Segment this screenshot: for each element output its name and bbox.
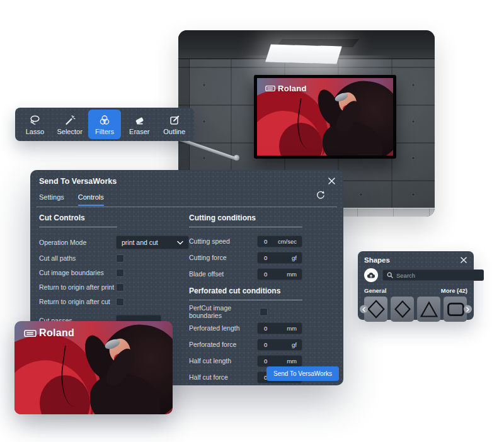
display-screen: Roland [257,78,393,156]
diamond-shape-icon [367,299,386,319]
perforated-length-input[interactable]: 0 mm [257,322,302,334]
close-icon[interactable] [326,175,337,186]
field-label: Perforated length [189,324,257,332]
shapes-search[interactable] [382,269,484,281]
lasso-icon [28,114,41,127]
dropdown-value: print and cut [122,239,177,246]
section-rule [189,227,302,227]
checkbox-cut-image-boundaries[interactable] [116,269,124,277]
field-unit: mm [287,358,297,365]
checkbox-row: PerfCut image boundaries [189,305,302,318]
unit-field-row: Blade offset 0 mm [189,268,302,280]
more-shapes-link[interactable]: More (42) [441,287,467,294]
field-label: Return to origin after cut [39,298,116,305]
tool-selector[interactable]: Selector [54,110,86,139]
field-label: Half cut force [189,373,257,381]
section-heading: Cut Controls [39,213,189,222]
checkbox-row: Cut all paths [39,252,189,264]
unit-field-row: Perforated force 0 gf [189,338,302,351]
tab-settings[interactable]: Settings [39,193,64,206]
perforated-force-input[interactable]: 0 gf [257,339,302,351]
tool-label: Eraser [129,128,149,135]
section-heading: Perforated cut conditions [189,286,302,295]
blade-offset-input[interactable]: 0 mm [257,268,302,280]
chevron-down-icon [177,241,183,245]
shape-tile-triangle[interactable] [417,297,440,322]
field-label: Cutting force [189,254,257,261]
chevron-right-icon [466,307,470,312]
cutting-conditions-section: Cutting conditions Cutting speed 0 cm/se… [189,208,302,385]
scroll-right-button[interactable] [464,305,472,314]
unit-field-row: Half cut length 0 mm [189,354,302,367]
section-heading: Cutting conditions [189,213,302,222]
singer-artwork: Roland [257,78,393,156]
checkbox-row: Return to origin after cut [39,295,189,308]
artwork-preview-card: Roland [14,321,173,414]
field-label: Blade offset [189,270,257,278]
refresh-icon[interactable] [316,190,326,200]
field-value: 0 [264,238,267,245]
field-unit: mm [287,271,297,278]
tool-outline[interactable]: Outline [158,110,191,139]
close-icon[interactable] [459,255,469,265]
singer-artwork: Roland [14,321,173,414]
field-label: Cutting speed [189,237,257,245]
shape-tile-diamond-2[interactable] [391,297,414,322]
field-value: 0 [264,254,267,261]
shapes-panel: Shapes General [358,251,474,320]
shape-tiles [364,297,467,322]
scroll-left-button[interactable] [360,305,368,314]
checkbox-return-origin-cut[interactable] [116,298,124,306]
upload-shape-button[interactable] [364,268,378,282]
handrail-mount [234,155,239,161]
outline-edit-icon [168,114,181,127]
magic-wand-icon [64,114,76,127]
cloud-upload-icon [367,272,375,279]
field-value: 0 [264,341,267,348]
section-rule [39,227,117,227]
tool-lasso[interactable]: Lasso [18,110,51,139]
category-label: General [364,287,386,294]
unit-field-row: Cutting speed 0 cm/sec [189,235,302,247]
cutting-force-input[interactable]: 0 gf [257,252,302,264]
page: Roland Lasso Selector [0,0,504,442]
field-label: Perforated force [189,341,257,348]
tools-toolbar: Lasso Selector Filters Eraser [15,108,194,141]
dialog-tabs: Settings Controls [39,193,104,206]
checkbox-return-origin-print[interactable] [116,283,124,292]
filters-venn-icon [98,114,111,127]
operation-mode-dropdown[interactable]: print and cut [116,235,189,249]
roland-display-glyph-icon [265,85,276,92]
cutting-speed-input[interactable]: 0 cm/sec [257,235,302,247]
field-unit: gf [292,341,297,348]
tool-label: Selector [57,128,82,135]
tool-eraser[interactable]: Eraser [123,110,156,139]
tool-filters[interactable]: Filters [88,110,121,139]
wall-mounted-display: Roland [254,75,396,159]
unit-field-row: Perforated length 0 mm [189,322,302,334]
operation-mode-row: Operation Mode print and cut [39,235,189,250]
field-label: Cut all paths [39,254,116,262]
search-icon [387,272,393,278]
tool-label: Outline [163,128,185,135]
field-value: 0 [264,358,267,365]
tool-label: Filters [95,128,114,135]
field-label: Return to origin after print [39,283,116,291]
send-to-versaworks-button[interactable]: Send To VersaWorks [266,366,339,381]
tool-label: Lasso [26,128,44,135]
divider [37,207,337,207]
field-value: 0 [264,325,267,332]
eraser-icon [133,114,146,127]
dialog-title: Send To VersaWorks [39,177,117,186]
search-input[interactable] [396,272,479,279]
field-unit: cm/sec [278,238,297,245]
triangle-shape-icon [420,299,438,319]
checkbox-row: Cut image boundaries [39,266,189,279]
half-cut-length-input[interactable]: 0 mm [257,355,302,367]
field-value: 0 [264,271,267,278]
checkbox-cut-all-paths[interactable] [116,254,124,263]
checkbox-perfcut-image-boundaries[interactable] [260,308,268,316]
field-label: Cut image boundaries [39,269,116,276]
tab-controls[interactable]: Controls [78,193,104,206]
roland-display-glyph-icon [24,329,37,337]
